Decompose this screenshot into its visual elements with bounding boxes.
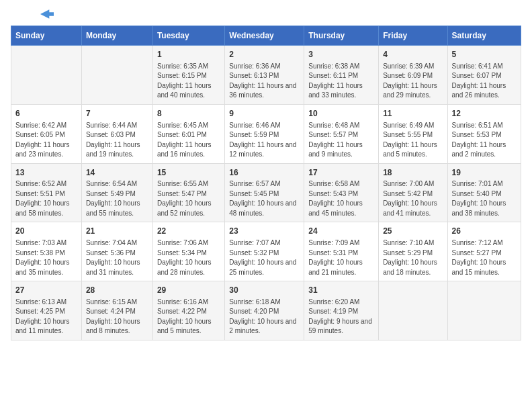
day-info: Sunrise: 6:18 AM Sunset: 4:20 PM Dayligh… (229, 298, 300, 336)
day-info: Sunrise: 6:58 AM Sunset: 5:43 PM Dayligh… (308, 179, 374, 218)
day-info: Sunrise: 6:51 AM Sunset: 5:53 PM Dayligh… (452, 121, 517, 160)
day-info: Sunrise: 6:41 AM Sunset: 6:07 PM Dayligh… (452, 62, 517, 101)
day-number: 1 (157, 49, 220, 60)
day-info: Sunrise: 6:36 AM Sunset: 6:13 PM Dayligh… (229, 62, 300, 101)
day-number: 31 (308, 285, 374, 296)
day-info: Sunrise: 6:52 AM Sunset: 5:51 PM Dayligh… (15, 179, 77, 218)
day-info: Sunrise: 7:01 AM Sunset: 5:40 PM Dayligh… (452, 179, 517, 218)
day-info: Sunrise: 6:55 AM Sunset: 5:47 PM Dayligh… (157, 179, 220, 218)
calendar-cell: 30Sunrise: 6:18 AM Sunset: 4:20 PM Dayli… (225, 281, 304, 340)
calendar-cell: 31Sunrise: 6:20 AM Sunset: 4:19 PM Dayli… (304, 281, 379, 340)
calendar-cell: 20Sunrise: 7:03 AM Sunset: 5:38 PM Dayli… (11, 222, 82, 281)
calendar-cell: 23Sunrise: 7:07 AM Sunset: 5:32 PM Dayli… (225, 222, 304, 281)
calendar-cell (447, 281, 521, 340)
day-info: Sunrise: 7:12 AM Sunset: 5:27 PM Dayligh… (452, 238, 517, 277)
calendar-cell: 22Sunrise: 7:06 AM Sunset: 5:34 PM Dayli… (152, 222, 224, 281)
weekday-header: Sunday (11, 26, 82, 46)
day-info: Sunrise: 6:13 AM Sunset: 4:25 PM Dayligh… (15, 298, 77, 336)
day-info: Sunrise: 6:54 AM Sunset: 5:49 PM Dayligh… (86, 179, 148, 218)
calendar-week-row: 20Sunrise: 7:03 AM Sunset: 5:38 PM Dayli… (11, 222, 521, 281)
day-number: 19 (452, 167, 517, 179)
day-info: Sunrise: 6:38 AM Sunset: 6:11 PM Dayligh… (308, 62, 374, 101)
day-number: 23 (229, 226, 300, 237)
day-info: Sunrise: 7:09 AM Sunset: 5:31 PM Dayligh… (308, 238, 374, 277)
calendar-cell: 7Sunrise: 6:44 AM Sunset: 6:03 PM Daylig… (81, 104, 152, 163)
day-number: 28 (86, 285, 148, 296)
calendar-cell: 26Sunrise: 7:12 AM Sunset: 5:27 PM Dayli… (447, 222, 521, 281)
calendar-cell: 3Sunrise: 6:38 AM Sunset: 6:11 PM Daylig… (304, 46, 379, 105)
calendar-cell: 29Sunrise: 6:16 AM Sunset: 4:22 PM Dayli… (152, 281, 224, 340)
calendar-cell (11, 46, 82, 105)
calendar-cell: 12Sunrise: 6:51 AM Sunset: 5:53 PM Dayli… (447, 104, 521, 163)
day-number: 12 (452, 108, 517, 120)
day-number: 7 (86, 108, 148, 120)
day-number: 24 (308, 226, 374, 237)
day-info: Sunrise: 7:03 AM Sunset: 5:38 PM Dayligh… (15, 238, 77, 277)
calendar-table: SundayMondayTuesdayWednesdayThursdayFrid… (11, 26, 521, 340)
day-number: 30 (229, 285, 300, 296)
calendar-cell: 16Sunrise: 6:57 AM Sunset: 5:45 PM Dayli… (225, 163, 304, 222)
calendar-cell: 5Sunrise: 6:41 AM Sunset: 6:07 PM Daylig… (447, 46, 521, 105)
page-header (11, 11, 521, 19)
calendar-cell: 9Sunrise: 6:46 AM Sunset: 5:59 PM Daylig… (225, 104, 304, 163)
weekday-header: Monday (81, 26, 152, 46)
day-info: Sunrise: 6:49 AM Sunset: 5:55 PM Dayligh… (383, 121, 443, 160)
day-number: 5 (452, 49, 517, 60)
weekday-header: Tuesday (152, 26, 224, 46)
calendar-cell: 13Sunrise: 6:52 AM Sunset: 5:51 PM Dayli… (11, 163, 82, 222)
day-info: Sunrise: 6:20 AM Sunset: 4:19 PM Dayligh… (308, 298, 374, 336)
calendar-cell: 11Sunrise: 6:49 AM Sunset: 5:55 PM Dayli… (379, 104, 447, 163)
day-info: Sunrise: 7:06 AM Sunset: 5:34 PM Dayligh… (157, 238, 220, 277)
calendar-cell: 6Sunrise: 6:42 AM Sunset: 6:05 PM Daylig… (11, 104, 82, 163)
calendar-cell: 18Sunrise: 7:00 AM Sunset: 5:42 PM Dayli… (379, 163, 447, 222)
calendar-cell (379, 281, 447, 340)
day-info: Sunrise: 6:57 AM Sunset: 5:45 PM Dayligh… (229, 179, 300, 218)
calendar-cell: 19Sunrise: 7:01 AM Sunset: 5:40 PM Dayli… (447, 163, 521, 222)
day-number: 4 (383, 49, 443, 60)
calendar-cell: 15Sunrise: 6:55 AM Sunset: 5:47 PM Dayli… (152, 163, 224, 222)
calendar-cell: 21Sunrise: 7:04 AM Sunset: 5:36 PM Dayli… (81, 222, 152, 281)
calendar-cell: 10Sunrise: 6:48 AM Sunset: 5:57 PM Dayli… (304, 104, 379, 163)
calendar-cell (81, 46, 152, 105)
day-number: 3 (308, 49, 374, 60)
day-info: Sunrise: 6:48 AM Sunset: 5:57 PM Dayligh… (308, 121, 374, 160)
day-info: Sunrise: 6:15 AM Sunset: 4:24 PM Dayligh… (86, 298, 148, 336)
day-number: 27 (15, 285, 77, 296)
day-info: Sunrise: 6:45 AM Sunset: 6:01 PM Dayligh… (157, 121, 220, 160)
day-number: 29 (157, 285, 220, 296)
day-info: Sunrise: 6:46 AM Sunset: 5:59 PM Dayligh… (229, 121, 300, 160)
calendar-cell: 27Sunrise: 6:13 AM Sunset: 4:25 PM Dayli… (11, 281, 82, 340)
calendar-cell: 17Sunrise: 6:58 AM Sunset: 5:43 PM Dayli… (304, 163, 379, 222)
day-number: 9 (229, 108, 300, 120)
calendar-cell: 25Sunrise: 7:10 AM Sunset: 5:29 PM Dayli… (379, 222, 447, 281)
calendar-cell: 2Sunrise: 6:36 AM Sunset: 6:13 PM Daylig… (225, 46, 304, 105)
calendar-week-row: 13Sunrise: 6:52 AM Sunset: 5:51 PM Dayli… (11, 163, 521, 222)
day-number: 14 (86, 167, 148, 179)
day-info: Sunrise: 6:42 AM Sunset: 6:05 PM Dayligh… (15, 121, 77, 160)
weekday-header: Friday (379, 26, 447, 46)
calendar-week-row: 6Sunrise: 6:42 AM Sunset: 6:05 PM Daylig… (11, 104, 521, 163)
day-info: Sunrise: 6:39 AM Sunset: 6:09 PM Dayligh… (383, 62, 443, 101)
svg-marker-0 (40, 9, 54, 18)
calendar-cell: 4Sunrise: 6:39 AM Sunset: 6:09 PM Daylig… (379, 46, 447, 105)
day-info: Sunrise: 7:07 AM Sunset: 5:32 PM Dayligh… (229, 238, 300, 277)
day-number: 8 (157, 108, 220, 120)
day-number: 6 (15, 108, 77, 120)
day-number: 16 (229, 167, 300, 179)
day-number: 15 (157, 167, 220, 179)
day-number: 18 (383, 167, 443, 179)
calendar-cell: 28Sunrise: 6:15 AM Sunset: 4:24 PM Dayli… (81, 281, 152, 340)
calendar-week-row: 27Sunrise: 6:13 AM Sunset: 4:25 PM Dayli… (11, 281, 521, 340)
day-number: 20 (15, 226, 77, 237)
calendar-cell: 24Sunrise: 7:09 AM Sunset: 5:31 PM Dayli… (304, 222, 379, 281)
day-number: 11 (383, 108, 443, 120)
day-number: 17 (308, 167, 374, 179)
weekday-header: Saturday (447, 26, 521, 46)
logo (11, 11, 54, 19)
day-number: 22 (157, 226, 220, 237)
day-number: 2 (229, 49, 300, 60)
weekday-header: Thursday (304, 26, 379, 46)
day-info: Sunrise: 6:16 AM Sunset: 4:22 PM Dayligh… (157, 298, 220, 336)
day-number: 21 (86, 226, 148, 237)
day-info: Sunrise: 7:00 AM Sunset: 5:42 PM Dayligh… (383, 179, 443, 218)
